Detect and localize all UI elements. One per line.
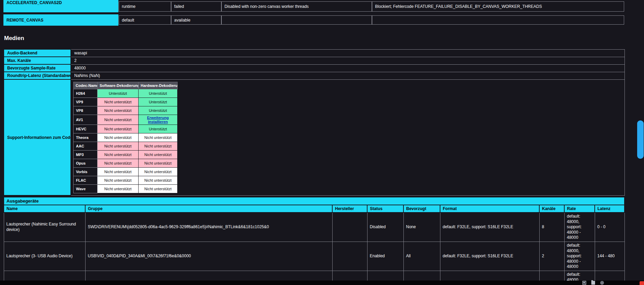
media-info-row: Roundtrip-Latenz (Standardabweichung) Na… [4, 72, 624, 79]
col-header-group: Gruppe [85, 205, 332, 212]
codec-row: AV1 Nicht unterstützt Erweiterung instal… [74, 115, 178, 125]
device-latency: 144 - 480 [595, 242, 624, 271]
device-group: SWD\DRIVERENUM\{dd052805-d06a-4ac5-9629-… [85, 212, 332, 242]
tray-status-icon[interactable] [600, 281, 604, 285]
device-format: default: F32LE, support: S16LE F32LE [440, 242, 539, 271]
feature-message-cell [221, 15, 372, 25]
feature-type-cell: default [119, 15, 171, 25]
col-header-name: Name [4, 205, 85, 212]
codec-header-row: Codec-Name Software-Dekodierung Hardware… [74, 82, 178, 89]
output-devices-header-row: Name Gruppe Hersteller Status Bevorzugt … [4, 205, 624, 212]
codec-hardware-status: Nicht unterstützt [139, 167, 178, 176]
device-latency: 0 - 0 [595, 212, 624, 242]
col-header-rate: Rate [564, 205, 595, 212]
output-devices-banner-row: Ausgabegeräte [4, 197, 624, 205]
media-info-row: Bevorzugte Sample-Rate 48000 [4, 64, 624, 72]
device-preferred: None [403, 212, 440, 242]
codec-row: VP8 Nicht unterstützt Unterstützt [74, 106, 178, 115]
codec-software-status: Nicht unterstützt [98, 125, 139, 133]
media-info-row: Audio-Backend wasapi [4, 49, 624, 57]
scrollbar-thumb[interactable] [637, 120, 644, 159]
media-row-value: 48000 [71, 64, 624, 72]
device-group: USB\VID_040D&PID_340A&MI_00\7&26f71f6e&0… [85, 242, 332, 271]
codec-name: Wave [74, 184, 98, 193]
codec-software-status: Nicht unterstützt [98, 142, 139, 150]
media-section-heading: Medien [4, 35, 24, 42]
device-vendor [332, 242, 367, 271]
device-vendor [332, 212, 367, 242]
feature-failure-id-cell: Blockiert; Fehlercode FEATURE_FAILURE_DI… [372, 1, 624, 12]
codec-hardware-status: Nicht unterstützt [139, 150, 178, 159]
feature-failure-id-cell [372, 15, 624, 25]
device-preferred: All [403, 242, 440, 271]
media-row-value: NaNms (NaN) [71, 72, 624, 79]
codec-software-status: Unterstützt [98, 89, 139, 98]
output-devices-table: Ausgabegeräte Name Gruppe Hersteller Sta… [3, 197, 625, 285]
install-extension-link[interactable]: Erweiterung installieren [147, 116, 169, 124]
codec-name: AV1 [74, 115, 98, 125]
codec-software-status: Nicht unterstützt [98, 184, 139, 193]
codec-software-status: Nicht unterstützt [98, 150, 139, 159]
codec-hardware-status: Nicht unterstützt [139, 176, 178, 184]
codec-name: Vorbis [74, 167, 98, 176]
codec-row: Theora Nicht unterstützt Nicht unterstüt… [74, 133, 178, 142]
codec-row: Opus Nicht unterstützt Nicht unterstützt [74, 159, 178, 167]
codec-row: FLAC Nicht unterstützt Nicht unterstützt [74, 176, 178, 184]
device-status: Enabled [367, 242, 403, 271]
codec-row: H264 Unterstützt Unterstützt [74, 89, 178, 98]
codec-row: AAC Nicht unterstützt Nicht unterstützt [74, 142, 178, 150]
about-support-page: ACCELERATED_CANVAS2D runtime failed Disa… [0, 0, 644, 285]
codec-support-table: Codec-Name Software-Dekodierung Hardware… [73, 82, 178, 193]
col-header-status: Status [367, 205, 403, 212]
notification-badge-icon[interactable] [640, 281, 644, 285]
codec-hardware-status: Unterstützt [139, 106, 178, 115]
device-rate: default: 48000, support: 48000 - 48000 [564, 212, 595, 242]
taskbar [0, 281, 644, 285]
media-info-row: Max. Kanäle 2 [4, 57, 624, 64]
col-header-format: Format [440, 205, 539, 212]
device-name: Lautsprecher (3- USB Audio Device) [4, 242, 85, 271]
codec-name: HEVC [74, 125, 98, 133]
col-header-preferred: Bevorzugt [403, 205, 440, 212]
codec-software-status: Nicht unterstützt [98, 159, 139, 167]
media-row-value: 2 [71, 57, 624, 64]
codec-support-row-label: Support-Informationen zum Codec [4, 79, 71, 195]
codec-hardware-status: Nicht unterstützt [139, 142, 178, 150]
codec-name: AAC [74, 142, 98, 150]
codec-hardware-status: Unterstützt [139, 98, 178, 106]
col-header-channels: Kanäle [539, 205, 564, 212]
feature-type-cell: runtime [119, 1, 171, 12]
codec-software-status: Nicht unterstützt [98, 167, 139, 176]
codec-name: FLAC [74, 176, 98, 184]
codec-software-status: Nicht unterstützt [98, 115, 139, 125]
media-row-label: Max. Kanäle [4, 57, 71, 64]
tray-image-icon[interactable] [582, 281, 586, 285]
codec-software-status: Nicht unterstützt [98, 176, 139, 184]
feature-status-cell: available [171, 15, 221, 25]
codec-hardware-status: Erweiterung installieren [139, 115, 178, 125]
feature-status-cell: failed [171, 1, 221, 12]
feature-name-cell: REMOTE_CANVAS [3, 14, 118, 26]
codec-name: Theora [74, 133, 98, 142]
feature-name-cell: ACCELERATED_CANVAS2D [3, 0, 118, 12]
codec-software-status: Nicht unterstützt [98, 98, 139, 106]
device-status: Disabled [367, 212, 403, 242]
device-format: default: F32LE, support: S16LE F32LE [440, 212, 539, 242]
codec-support-row: Support-Informationen zum Codec Codec-Na… [4, 79, 624, 195]
feature-message-cell: Disabled with non-zero canvas worker thr… [221, 1, 372, 12]
col-header-latency: Latenz [595, 205, 624, 212]
codec-header-name: Codec-Name [74, 82, 98, 89]
codec-software-status: Nicht unterstützt [98, 106, 139, 115]
codec-row: Wave Nicht unterstützt Nicht unterstützt [74, 184, 178, 193]
tray-folder-icon[interactable] [591, 281, 595, 285]
codec-name: VP9 [74, 98, 98, 106]
codec-name: VP8 [74, 106, 98, 115]
media-info-table: Audio-Backend wasapi Max. Kanäle 2 Bevor… [3, 49, 625, 196]
codec-header-software: Software-Dekodierung [98, 82, 139, 89]
codec-name: MP3 [74, 150, 98, 159]
col-header-vendor: Hersteller [332, 205, 367, 212]
codec-support-cell: Codec-Name Software-Dekodierung Hardware… [71, 79, 624, 195]
codec-software-status: Nicht unterstützt [98, 133, 139, 142]
codec-name: Opus [74, 159, 98, 167]
codec-hardware-status: Nicht unterstützt [139, 159, 178, 167]
